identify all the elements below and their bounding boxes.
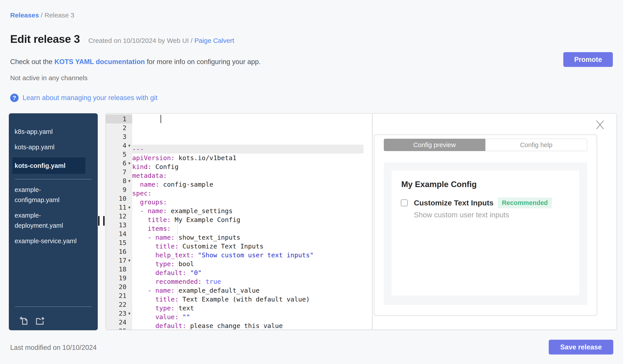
page-title: Edit release 3 (10, 33, 80, 45)
tab-config-preview[interactable]: Config preview (384, 139, 485, 151)
gutter-line-3: 3 (106, 132, 132, 141)
config-item-label: Customize Text Inputs (414, 199, 493, 207)
code-line-7: groups: (132, 198, 363, 206)
customize-text-inputs-checkbox[interactable] (401, 200, 408, 206)
breadcrumb: Releases / Release 3 (10, 12, 74, 19)
line-number: 9 (123, 185, 127, 194)
line-number: 7 (123, 168, 127, 177)
code-line-10: items: (132, 224, 363, 233)
code-line-21: default: please change this value (132, 321, 363, 330)
breadcrumb-separator: / (41, 12, 44, 19)
gutter-line-20: 20 (106, 283, 132, 291)
fold-arrow-icon[interactable]: ▾ (127, 177, 132, 185)
sidebar-file-kots-config.yaml[interactable]: kots-config.yaml (12, 158, 85, 174)
kots-yaml-docs-link[interactable]: KOTS YAML documentation (54, 58, 145, 66)
line-number: 3 (123, 132, 127, 141)
new-folder-icon[interactable] (35, 316, 45, 326)
line-number: 18 (119, 265, 127, 274)
sidebar-file-example-configmap.yaml[interactable]: example-configmap.yaml (12, 185, 85, 205)
recommended-badge: Recommended (498, 198, 552, 208)
line-number: 19 (119, 274, 127, 283)
fold-spacer (127, 115, 132, 123)
line-number: 2 (123, 123, 127, 132)
line-number: 22 (119, 300, 127, 309)
editor-preview-container: 1234▾56▾78▾91011▾121314151617▾1819202122… (106, 113, 617, 330)
title-row: Edit release 3 Created on 10/10/2024 by … (10, 33, 234, 45)
code-line-11: - name: show_text_inputs (132, 233, 363, 242)
fold-spacer (127, 318, 132, 327)
created-text: Created on 10/10/2024 by Web UI / Paige … (88, 37, 234, 44)
new-file-icon[interactable] (19, 316, 29, 326)
save-release-button[interactable]: Save release (549, 340, 613, 355)
line-number: 4 (123, 141, 127, 150)
sidebar-resize-handle-bar-left[interactable] (98, 216, 99, 226)
fold-arrow-icon[interactable]: ▾ (127, 159, 132, 168)
code-line-12: title: Customize Text Inputs (132, 242, 363, 251)
fold-arrow-icon[interactable]: ▾ (127, 256, 132, 265)
config-item-row: Customize Text Inputs Recommended (401, 198, 552, 208)
docs-note-prefix: Check out the (10, 58, 54, 66)
fold-spacer (127, 123, 132, 132)
code-line-9: title: My Example Config (132, 215, 363, 224)
fold-spacer (127, 265, 132, 274)
code-line-2: apiVersion: kots.io/v1beta1 (132, 154, 363, 162)
fold-spacer (127, 300, 132, 309)
gutter-line-9: 9 (106, 185, 132, 194)
close-icon[interactable] (595, 120, 605, 130)
config-item-help-text: Show custom user text inputs (414, 211, 509, 219)
fold-spacer (127, 212, 132, 221)
gutter-line-15: 15 (106, 238, 132, 247)
promote-button[interactable]: Promote (563, 52, 613, 67)
sidebar-resize-handle-bar-right[interactable] (103, 216, 105, 226)
tab-config-help[interactable]: Config help (485, 139, 587, 151)
gutter-line-22: 22 (106, 300, 132, 309)
code-line-13: help_text: "Show custom user text inputs… (132, 251, 363, 260)
sidebar-file-k8s-app.yaml[interactable]: k8s-app.yaml (12, 127, 85, 137)
file-sidebar: k8s-app.yamlkots-app.yamlkots-config.yam… (9, 113, 98, 330)
breadcrumb-current: Release 3 (44, 12, 74, 19)
code-line-3: kind: Config (132, 162, 363, 171)
preview-tab-toggle: Config preview Config help (384, 139, 587, 151)
line-number: 13 (119, 221, 127, 229)
sidebar-file-kots-app.yaml[interactable]: kots-app.yaml (12, 142, 85, 152)
line-number: 17 (119, 256, 127, 265)
fold-spacer (127, 229, 132, 238)
fold-spacer (127, 327, 132, 330)
fold-spacer (127, 150, 132, 159)
gutter-line-14: 14 (106, 229, 132, 238)
sidebar-file-example-deployment.yaml[interactable]: example-deployment.yaml (12, 210, 85, 231)
sidebar-footer (9, 301, 98, 330)
code-editor[interactable]: ---apiVersion: kots.io/v1beta1kind: Conf… (132, 114, 363, 330)
fold-arrow-icon[interactable]: ▾ (127, 203, 132, 212)
line-number: 24 (119, 318, 127, 327)
sidebar-file-example-service.yaml[interactable]: example-service.yaml (12, 236, 85, 246)
fold-arrow-icon[interactable]: ▾ (127, 309, 132, 318)
gutter-line-1: 1 (106, 115, 132, 123)
fold-spacer (127, 238, 132, 247)
config-preview-panel: Config preview Config help My Example Co… (374, 135, 597, 316)
config-group-title: My Example Config (401, 180, 477, 189)
gutter-line-25: 25 (106, 327, 132, 330)
code-line-8: - name: example_settings (132, 206, 363, 215)
editor-preview-divider (372, 114, 373, 330)
line-number: 16 (119, 247, 127, 256)
line-number: 20 (119, 283, 127, 291)
breadcrumb-releases-link[interactable]: Releases (10, 12, 39, 19)
git-help-link[interactable]: ? Learn about managing your releases wit… (10, 94, 157, 102)
fold-spacer (127, 132, 132, 141)
file-list: k8s-app.yamlkots-app.yamlkots-config.yam… (9, 127, 98, 246)
editor-gutter: 1234▾56▾78▾91011▾121314151617▾1819202122… (106, 114, 132, 330)
docs-note: Check out the KOTS YAML documentation fo… (10, 58, 261, 66)
config-preview-area: My Example Config Customize Text Inputs … (384, 162, 587, 305)
code-line-15: default: "0" (132, 268, 363, 277)
code-line-18: title: Text Example (with default value) (132, 295, 363, 304)
created-prefix: Created on 10/10/2024 by Web UI / (88, 37, 194, 44)
gutter-line-4: 4▾ (106, 141, 132, 150)
created-author-link[interactable]: Paige Calvert (194, 37, 234, 44)
fold-spacer (127, 291, 132, 300)
gutter-line-2: 2 (106, 123, 132, 132)
code-line-4: metadata: (132, 171, 363, 180)
fold-arrow-icon[interactable]: ▾ (127, 141, 132, 150)
line-number: 23 (119, 309, 127, 318)
line-number: 11 (119, 203, 127, 212)
